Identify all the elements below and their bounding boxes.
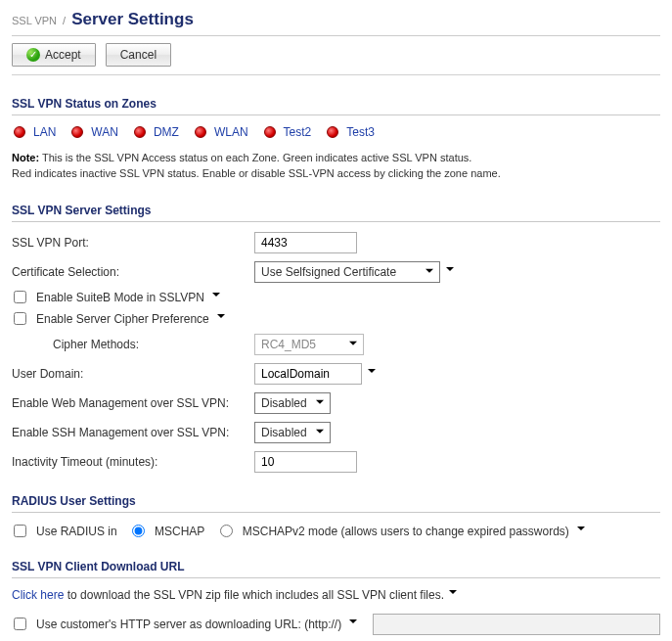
chevron-down-icon: [446, 267, 454, 275]
section-title-server: SSL VPN Server Settings: [12, 204, 660, 217]
mschapv2-radio[interactable]: [220, 525, 233, 537]
section-title-download: SSL VPN Client Download URL: [12, 560, 660, 573]
zone-link[interactable]: WAN: [91, 125, 118, 139]
cipherpref-checkbox[interactable]: [14, 312, 26, 325]
status-led-icon: [327, 126, 338, 138]
use-radius-label: Use RADIUS in: [36, 525, 117, 538]
divider: [12, 74, 660, 75]
zone-link[interactable]: DMZ: [154, 125, 179, 139]
cipherpref-label: Enable Server Cipher Preference: [36, 312, 209, 326]
divider: [12, 512, 660, 513]
breadcrumb-parent[interactable]: SSL VPN: [12, 15, 57, 26]
divider: [12, 35, 660, 37]
note-bold: Note:: [12, 152, 39, 163]
cust-http-label: Use customer's HTTP server as downloadin…: [36, 618, 341, 631]
note-line1: This is the SSL VPN Access status on eac…: [39, 152, 471, 163]
web-mgmt-label: Enable Web Management over SSL VPN:: [12, 396, 254, 410]
domain-label: User Domain:: [12, 367, 254, 381]
accept-button[interactable]: ✓ Accept: [12, 43, 96, 67]
zone-note: Note: This is the SSL VPN Access status …: [12, 151, 660, 182]
section-title-radius: RADIUS User Settings: [12, 494, 660, 508]
section-title-zones: SSL VPN Status on Zones: [12, 97, 660, 111]
accept-button-label: Accept: [45, 48, 81, 62]
chevron-down-icon: [368, 369, 376, 377]
action-buttons: ✓ Accept Cancel: [12, 43, 660, 67]
cancel-button[interactable]: Cancel: [106, 43, 171, 67]
mschap-label: MSCHAP: [155, 525, 204, 538]
suiteb-label: Enable SuiteB Mode in SSLVPN: [36, 291, 204, 304]
download-text-row: Click here to download the SSL VPN zip f…: [12, 588, 660, 602]
port-input[interactable]: [254, 232, 357, 253]
mschap-radio[interactable]: [132, 525, 145, 537]
status-led-icon: [195, 126, 206, 138]
web-mgmt-select[interactable]: Disabled: [254, 392, 331, 414]
timeout-input[interactable]: [254, 451, 357, 473]
status-led-icon: [264, 126, 276, 138]
domain-input[interactable]: [254, 363, 362, 385]
suiteb-checkbox[interactable]: [14, 291, 26, 303]
chevron-down-icon: [212, 293, 220, 300]
cipher-methods-label: Cipher Methods:: [12, 338, 254, 351]
cust-http-input[interactable]: [373, 614, 660, 635]
ssh-mgmt-select[interactable]: Disabled: [254, 422, 331, 443]
use-radius-checkbox[interactable]: [14, 525, 26, 537]
chevron-down-icon: [449, 590, 457, 598]
chevron-down-icon: [577, 527, 585, 534]
note-line2: Red indicates inactive SSL VPN status. E…: [12, 167, 501, 179]
zone-link[interactable]: LAN: [33, 125, 56, 139]
click-here-link[interactable]: Click here: [12, 588, 64, 602]
divider: [12, 577, 660, 578]
cust-http-checkbox[interactable]: [14, 618, 26, 630]
divider: [12, 114, 660, 115]
divider: [12, 221, 660, 222]
check-circle-icon: ✓: [26, 48, 40, 62]
chevron-down-icon: [349, 619, 357, 627]
cipher-methods-select: RC4_MD5: [254, 334, 364, 355]
timeout-label: Inactivity Timeout (minutes):: [12, 455, 254, 469]
breadcrumb-sep: /: [63, 15, 66, 26]
port-label: SSL VPN Port:: [12, 236, 254, 250]
zone-status-row: LANWANDMZWLANTest2Test3: [12, 125, 660, 139]
download-text: to download the SSL VPN zip file which i…: [64, 588, 444, 602]
status-led-icon: [14, 126, 25, 138]
cancel-button-label: Cancel: [120, 48, 157, 62]
cert-select[interactable]: Use Selfsigned Certificate: [254, 261, 440, 283]
status-led-icon: [71, 126, 83, 138]
cert-label: Certificate Selection:: [12, 265, 254, 279]
zone-link[interactable]: Test2: [284, 125, 312, 139]
zone-link[interactable]: Test3: [346, 125, 375, 139]
status-led-icon: [134, 126, 146, 138]
mschapv2-label: MSCHAPv2 mode (allows users to change ex…: [243, 525, 569, 538]
page-title: Server Settings: [71, 10, 194, 29]
ssh-mgmt-label: Enable SSH Management over SSL VPN:: [12, 426, 254, 439]
chevron-down-icon: [217, 314, 225, 322]
zone-link[interactable]: WLAN: [214, 125, 248, 139]
breadcrumb: SSL VPN / Server Settings: [12, 10, 660, 29]
